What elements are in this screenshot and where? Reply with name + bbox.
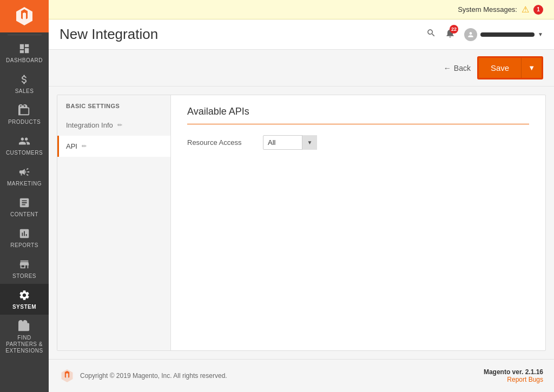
footer-logo: Copyright © 2019 Magento, Inc. All right… (60, 368, 227, 383)
sidebar-item-marketing[interactable]: MARKETING (0, 161, 49, 191)
nav-item-integration-info-label: Integration Info (66, 121, 113, 129)
sidebar-divider (8, 35, 42, 35)
back-button[interactable]: ← Back (444, 64, 471, 72)
sidebar-item-sales-label: SALES (15, 88, 34, 95)
nav-item-api[interactable]: API ✏ (57, 136, 170, 157)
header: New Integration 22 ▼ (49, 19, 554, 50)
save-dropdown-button[interactable]: ▼ (521, 58, 542, 78)
sidebar-item-reports-label: REPORTS (10, 242, 38, 249)
footer: Copyright © 2019 Magento, Inc. All right… (49, 359, 554, 392)
sidebar-item-find[interactable]: FIND PARTNERS & EXTENSIONS (0, 315, 49, 358)
action-bar: ← Back Save ▼ (49, 50, 554, 87)
user-avatar (464, 28, 477, 41)
sidebar-item-dashboard[interactable]: DASHBOARD (0, 37, 49, 68)
right-panel: Available APIs Resource Access All Custo… (171, 95, 545, 350)
notification-badge: 22 (450, 25, 458, 34)
search-button[interactable] (426, 28, 436, 41)
back-arrow-icon: ← (444, 64, 451, 72)
content-area: BASIC SETTINGS Integration Info ✏ API ✏ … (57, 95, 546, 351)
sidebar-item-system-label: SYSTEM (12, 304, 36, 310)
sidebar-item-content-label: CONTENT (10, 211, 38, 218)
sidebar-item-dashboard-label: DASHBOARD (6, 57, 43, 64)
save-button[interactable]: Save (479, 58, 521, 78)
user-menu-button[interactable]: ▼ (464, 28, 543, 41)
system-messages-bar: System Messages: ⚠ 1 (49, 0, 554, 19)
system-messages-label: System Messages: (458, 5, 517, 14)
sidebar-item-customers[interactable]: CUSTOMERS (0, 130, 49, 161)
settings-nav: BASIC SETTINGS Integration Info ✏ API ✏ (57, 95, 171, 350)
sidebar-item-find-label: FIND PARTNERS & EXTENSIONS (3, 335, 46, 354)
sidebar: DASHBOARD SALES PRODUCTS CUSTOMERS MARKE… (0, 0, 49, 392)
sidebar-item-stores[interactable]: STORES (0, 253, 49, 284)
available-apis-title: Available APIs (187, 106, 529, 124)
sidebar-item-products-label: PRODUCTS (8, 119, 41, 125)
sidebar-item-customers-label: CUSTOMERS (6, 150, 43, 156)
resource-access-select-wrapper: All Custom ▼ (263, 135, 317, 150)
notifications-button[interactable]: 22 (445, 28, 456, 41)
user-dropdown-icon: ▼ (538, 31, 543, 37)
resource-access-label: Resource Access (187, 135, 252, 147)
sidebar-item-products[interactable]: PRODUCTS (0, 99, 49, 130)
footer-version-label: Magento ver. 2.1.16 (484, 368, 543, 376)
pencil-icon-integration: ✏ (117, 122, 122, 129)
warning-icon: ⚠ (522, 4, 529, 15)
save-button-group: Save ▼ (477, 56, 543, 79)
user-name (480, 32, 535, 37)
footer-version: ver. 2.1.16 (512, 368, 543, 376)
resource-access-row: Resource Access All Custom ▼ (187, 135, 529, 150)
sidebar-item-stores-label: STORES (12, 273, 36, 280)
footer-right: Magento ver. 2.1.16 Report Bugs (484, 368, 543, 383)
sidebar-item-marketing-label: MARKETING (7, 181, 42, 187)
footer-magento-logo (60, 368, 75, 383)
report-bugs-link[interactable]: Report Bugs (507, 376, 543, 383)
chevron-down-icon: ▼ (528, 64, 535, 72)
sidebar-item-reports[interactable]: REPORTS (0, 222, 49, 253)
footer-copyright: Copyright © 2019 Magento, Inc. All right… (80, 372, 227, 380)
nav-item-integration-info[interactable]: Integration Info ✏ (57, 115, 170, 136)
magento-logo[interactable] (0, 0, 49, 32)
sidebar-item-system[interactable]: SYSTEM (0, 284, 49, 315)
page-title: New Integration (60, 26, 158, 43)
resource-access-control: All Custom ▼ (263, 135, 317, 150)
system-messages-count[interactable]: 1 (533, 5, 543, 15)
main-content: System Messages: ⚠ 1 New Integration 22 … (49, 0, 554, 392)
footer-magento-label: Magento (484, 368, 510, 376)
nav-item-api-label: API (66, 142, 77, 150)
pencil-icon-api: ✏ (82, 143, 87, 150)
resource-access-select[interactable]: All Custom (263, 135, 317, 150)
back-label: Back (454, 64, 471, 72)
sidebar-item-content[interactable]: CONTENT (0, 191, 49, 222)
header-actions: 22 ▼ (426, 28, 543, 41)
settings-nav-title: BASIC SETTINGS (57, 95, 170, 115)
sidebar-item-sales[interactable]: SALES (0, 68, 49, 99)
